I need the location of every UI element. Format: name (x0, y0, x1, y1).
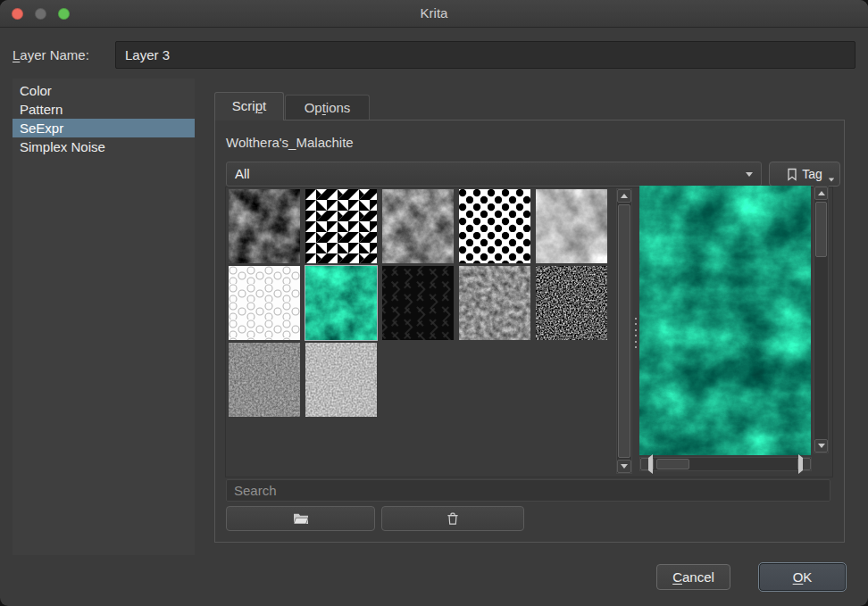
pattern-grid-scrollbar[interactable] (616, 188, 632, 474)
scrollbar-thumb[interactable] (815, 202, 827, 257)
preview-horizontal-scrollbar[interactable] (639, 457, 812, 471)
titlebar[interactable]: Krita (0, 0, 868, 28)
tag-button-label: Tag (802, 167, 822, 181)
generator-type-list: Color Pattern SeExpr Simplex Noise (13, 79, 195, 555)
bookmark-icon (787, 168, 797, 181)
scroll-left-button[interactable] (640, 458, 654, 470)
pattern-thumbnail-gray-marble-clouds[interactable] (382, 189, 454, 263)
scroll-down-button[interactable] (814, 439, 828, 452)
krita-fill-layer-dialog: Krita Layer Name: Color Pattern SeExpr S… (0, 0, 868, 606)
list-item-simplex-noise[interactable]: Simplex Noise (13, 137, 195, 156)
splitter-handle[interactable] (634, 318, 638, 348)
resource-preview (639, 186, 811, 455)
tag-button[interactable]: Tag (769, 162, 840, 187)
tab-script[interactable]: Script (214, 92, 284, 120)
chevron-down-icon (829, 178, 834, 182)
triangle-left-icon (641, 454, 653, 474)
scroll-up-button[interactable] (617, 189, 631, 203)
list-item-seexpr[interactable]: SeExpr (13, 119, 195, 137)
scroll-down-button[interactable] (617, 460, 631, 473)
selected-resource-name: Wolthera's_Malachite (226, 135, 354, 150)
minimize-button[interactable] (35, 8, 46, 20)
preview-vertical-scrollbar[interactable] (814, 186, 829, 453)
triangle-up-icon (818, 191, 825, 195)
scrollbar-thumb[interactable] (656, 459, 689, 469)
layer-name-input[interactable] (115, 41, 855, 69)
triangle-down-icon (621, 464, 628, 469)
pattern-grid (229, 189, 613, 417)
close-button[interactable] (12, 8, 23, 20)
search-input[interactable] (226, 479, 830, 502)
folder-icon (293, 512, 309, 525)
layer-name-label: Layer Name: (13, 47, 89, 62)
pattern-thumbnail-rough-concrete[interactable] (459, 266, 530, 340)
ok-button[interactable]: OK (758, 562, 847, 592)
pattern-thumbnail-fine-grain[interactable] (229, 343, 300, 417)
scroll-right-button[interactable] (797, 458, 811, 470)
pattern-thumbnail-dark-storm-clouds[interactable] (229, 189, 300, 263)
pattern-thumbnail-soft-light-clouds[interactable] (536, 189, 607, 263)
tab-options[interactable]: Options (285, 95, 370, 120)
pattern-thumbnail-green-malachite[interactable] (305, 266, 377, 340)
pattern-thumbnail-circle-lattice[interactable] (229, 266, 300, 340)
tag-filter-combobox[interactable]: All (226, 162, 762, 187)
list-item-color[interactable]: Color (13, 81, 195, 100)
scrollbar-thumb[interactable] (618, 204, 630, 458)
triangle-right-icon (798, 454, 810, 474)
tag-filter-value: All (235, 162, 250, 186)
pattern-thumbnail-halftone-dots[interactable] (459, 189, 530, 263)
triangle-down-icon (818, 444, 825, 448)
pattern-thumbnail-dark-maze[interactable] (382, 266, 454, 340)
zoom-button[interactable] (58, 8, 70, 20)
list-item-pattern[interactable]: Pattern (13, 100, 195, 119)
pattern-thumbnail-light-weave[interactable] (305, 343, 377, 417)
pattern-thumbnail-triangle-mosaic[interactable] (305, 189, 377, 263)
pattern-thumbnail-dark-speckle[interactable] (536, 266, 607, 340)
cancel-button[interactable]: Cancel (656, 564, 730, 590)
window-title: Krita (0, 0, 868, 27)
triangle-up-icon (621, 194, 628, 198)
scroll-up-button[interactable] (814, 187, 828, 200)
chevron-down-icon (746, 172, 753, 177)
delete-resource-button[interactable] (381, 506, 524, 531)
import-resource-button[interactable] (226, 506, 375, 531)
trash-icon (447, 511, 459, 526)
